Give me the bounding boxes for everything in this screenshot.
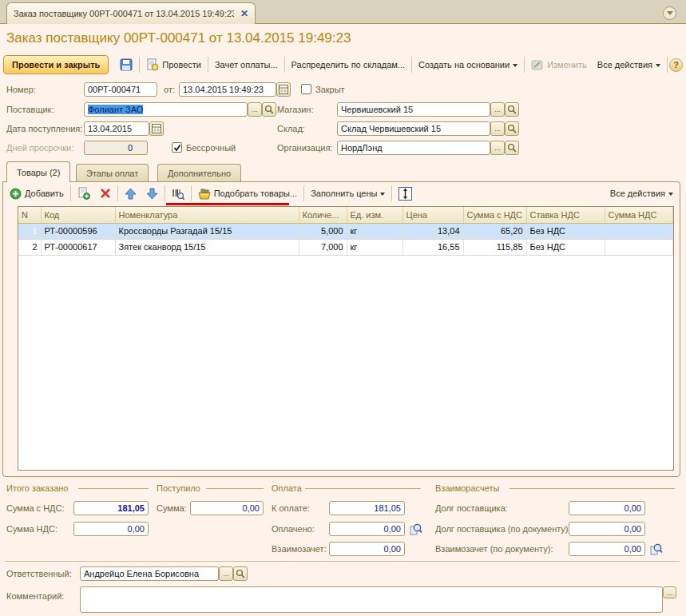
distribute-by-warehouses-button[interactable]: Распределить по складам... — [287, 56, 410, 74]
col-quantity[interactable]: Количе... — [299, 207, 347, 223]
delete-icon — [100, 188, 111, 199]
move-down-button[interactable] — [141, 185, 163, 202]
offset-doc-details-button[interactable] — [648, 542, 664, 556]
receipt-calendar-button[interactable] — [149, 121, 164, 136]
divider — [391, 185, 392, 201]
supplier-debt-value: 0,00 — [569, 501, 645, 515]
group-received: Поступило — [157, 483, 200, 494]
termless-checkbox[interactable] — [172, 142, 182, 153]
comment-input[interactable] — [80, 586, 663, 613]
delete-row-button[interactable] — [95, 185, 116, 202]
row-height-button[interactable] — [394, 185, 417, 202]
fill-prices-button[interactable]: Заполнить цены — [306, 185, 390, 202]
supplier-choose-button[interactable]: ... — [248, 102, 262, 117]
organization-open-button[interactable] — [505, 141, 519, 155]
supplier-open-button[interactable] — [262, 102, 276, 117]
closed-checkbox[interactable] — [301, 84, 311, 94]
help-button[interactable]: ? — [669, 58, 683, 72]
responsible-open-button[interactable] — [233, 566, 248, 581]
payment-offset-button[interactable]: Зачет оплаты... — [210, 56, 283, 74]
create-based-on-button[interactable]: Создать на основании — [414, 56, 522, 74]
copy-row-button[interactable] — [73, 185, 95, 202]
organization-label: Организация: — [277, 141, 332, 155]
post-and-close-button[interactable]: Провести и закрыть — [3, 55, 109, 74]
receipt-date-input[interactable]: 13.04.2015 — [84, 121, 149, 136]
col-unit[interactable]: Ед. изм. — [347, 207, 402, 223]
tab-additional[interactable]: Дополнительно — [157, 164, 241, 182]
doc-magnifier-icon — [650, 542, 663, 555]
offset-doc-value: 0,00 — [569, 542, 645, 556]
overdue-days-spinner[interactable]: 0 — [84, 141, 148, 155]
responsible-input[interactable]: Андрейцо Елена Борисовна — [80, 566, 219, 581]
termless-label: Бессрочный — [186, 141, 236, 155]
supplier-order-window: Заказ поставщику 00РТ-000471 от 13.04.20… — [0, 0, 686, 616]
supplier-input[interactable]: Фолиант ЗАО — [84, 102, 248, 117]
col-code[interactable]: Код — [41, 207, 115, 223]
col-vat-rate[interactable]: Ставка НДС — [526, 207, 605, 223]
supplier-label: Поставщик: — [6, 102, 54, 117]
divider — [303, 185, 304, 201]
barcode-search-button[interactable] — [167, 185, 189, 202]
table-row[interactable]: 2 РТ-00000617 Зятек сканворд 15/15 7,000… — [18, 239, 673, 255]
pick-goods-button[interactable]: Подобрать товары... — [193, 185, 303, 202]
date-input[interactable]: 13.04.2015 19:49:23 — [179, 82, 276, 97]
tab-payment-stages[interactable]: Этапы оплат — [76, 164, 149, 182]
floppy-icon — [120, 58, 133, 71]
shop-open-button[interactable] — [505, 102, 519, 117]
magnifier-icon — [507, 105, 517, 114]
divider — [70, 185, 71, 201]
date-label: от: — [164, 82, 175, 97]
items-all-actions-button[interactable]: Все действия — [605, 185, 678, 202]
closed-label: Закрыт — [315, 82, 345, 97]
divider — [208, 57, 208, 73]
tab-list-button[interactable] — [663, 6, 676, 20]
to-pay-value: 181,05 — [329, 501, 405, 515]
col-sum-vat[interactable]: Сумма с НДС — [463, 207, 526, 223]
table-row[interactable]: 1 РТ-00000596 Кроссворды Разгадай 15/15 … — [18, 223, 673, 239]
group-line — [78, 488, 149, 489]
warehouse-choose-button[interactable]: ... — [490, 121, 505, 136]
paid-details-button[interactable] — [408, 522, 424, 536]
copy-icon — [77, 187, 90, 200]
col-n[interactable]: N — [18, 207, 41, 223]
divider — [5, 561, 680, 562]
shop-input[interactable]: Червишевский 15 — [337, 102, 490, 117]
doc-magnifier-icon — [410, 523, 422, 535]
vat-sum-value: 0,00 — [73, 522, 149, 536]
sum-with-vat-label: Сумма с НДС: — [6, 501, 65, 515]
warehouse-open-button[interactable] — [505, 121, 519, 136]
tab-goods[interactable]: Товары (2) — [6, 161, 70, 182]
divider — [284, 57, 285, 73]
sum-with-vat-value: 181,05 — [73, 501, 149, 515]
add-row-button[interactable]: Добавить — [5, 185, 69, 202]
col-price[interactable]: Цена — [402, 207, 463, 223]
number-input[interactable]: 00РТ-000471 — [84, 82, 157, 97]
col-vat-sum[interactable]: Сумма НДС — [605, 207, 673, 223]
calendar-button[interactable] — [276, 82, 291, 97]
shop-choose-button[interactable]: ... — [490, 102, 505, 117]
col-nomenclature[interactable]: Номенклатура — [115, 207, 299, 223]
divider — [667, 57, 668, 73]
comment-expand-button[interactable]: ... — [663, 586, 676, 598]
warehouse-input[interactable]: Склад Червишевский 15 — [337, 121, 490, 136]
post-document-icon — [146, 58, 159, 71]
supplier-debt-label: Долг поставщика: — [435, 501, 508, 515]
post-button[interactable]: Провести — [141, 56, 206, 74]
organization-input[interactable]: НордЛэнд — [337, 141, 490, 155]
all-actions-button[interactable]: Все действия — [593, 56, 665, 74]
responsible-choose-button[interactable]: ... — [219, 566, 233, 581]
overdue-days-label: Дней просрочки: — [6, 141, 73, 155]
document-tab[interactable]: Заказ поставщику 00РТ-000471 от 13.04.20… — [6, 2, 256, 24]
red-annotation-underline — [166, 203, 289, 205]
save-button[interactable] — [115, 56, 137, 74]
move-up-button[interactable] — [120, 185, 141, 202]
supplier-debt-doc-label: Долг поставщика (по документу): — [435, 522, 571, 536]
comment-label: Комментарий: — [6, 589, 64, 603]
group-ordered-total: Итого заказано — [6, 483, 68, 494]
close-icon[interactable]: ✕ — [240, 8, 248, 19]
organization-choose-button[interactable]: ... — [490, 141, 505, 155]
vertical-resize-icon — [399, 187, 412, 201]
edit-button[interactable]: Изменить — [526, 56, 592, 74]
group-settlements: Взаиморасчеты — [435, 483, 499, 494]
received-sum-value: 0,00 — [190, 501, 264, 515]
